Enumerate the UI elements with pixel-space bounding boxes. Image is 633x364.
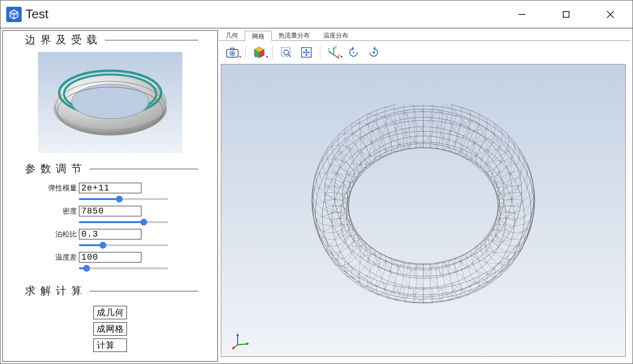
toolbar-separator: [320, 46, 320, 59]
btn-compute[interactable]: 计算: [93, 339, 127, 352]
btn-gen-mesh[interactable]: 成网格: [93, 322, 127, 336]
axis-triad-icon: [232, 330, 251, 350]
minimize-button[interactable]: [500, 1, 544, 28]
tab-heatflux[interactable]: 热流量分布: [272, 30, 316, 40]
section-params-legend: 参数调节: [22, 162, 89, 176]
param-label-poisson: 泊松比: [46, 230, 79, 239]
close-button[interactable]: [588, 1, 633, 28]
section-solve: 求解计算 成几何 成网格 计算: [22, 284, 198, 355]
titlebar: Test: [0, 0, 633, 28]
section-boundary-legend: 边界及受载: [22, 33, 105, 47]
zoom-selection-icon[interactable]: [277, 43, 296, 62]
param-input-density[interactable]: [79, 206, 141, 216]
sidebar: 边界及受载: [2, 30, 218, 362]
param-label-density: 密度: [46, 207, 79, 216]
window-title: Test: [25, 7, 49, 22]
param-input-elastic[interactable]: [79, 183, 141, 193]
btn-gen-geometry[interactable]: 成几何: [93, 306, 127, 319]
section-boundary: 边界及受载: [22, 33, 198, 153]
param-label-tempdiff: 温度差: [46, 253, 79, 262]
toolbar-separator: [272, 46, 273, 59]
param-label-elastic: 弹性模量: [46, 184, 79, 193]
window-controls: [500, 1, 633, 28]
svg-rect-1: [563, 12, 569, 17]
svg-rect-26: [373, 51, 375, 53]
svg-text:Z: Z: [335, 45, 337, 49]
rotate-ccw-icon[interactable]: [344, 43, 363, 62]
svg-point-25: [353, 52, 354, 53]
fit-view-icon[interactable]: [297, 43, 316, 62]
svg-text:Y: Y: [328, 48, 330, 51]
toolbar-separator: [245, 46, 246, 59]
preview-image: [38, 52, 182, 153]
svg-point-14: [231, 52, 234, 55]
tab-mesh[interactable]: 网格: [245, 31, 272, 41]
dropdown-icon[interactable]: ▾: [239, 54, 241, 62]
maximize-button[interactable]: [544, 1, 588, 28]
dropdown-icon[interactable]: ▾: [266, 54, 268, 62]
app-icon: [6, 7, 22, 22]
param-slider-density[interactable]: [79, 221, 168, 223]
tab-temp[interactable]: 温度分布: [316, 30, 355, 40]
param-slider-elastic[interactable]: [79, 198, 168, 200]
param-slider-tempdiff[interactable]: [79, 267, 168, 269]
toolbar: ▾ ▾ Z Y X: [219, 41, 631, 64]
main-area: 几何 网格 热流量分布 温度分布 ▾ ▾: [219, 30, 631, 362]
tabbar: 几何 网格 热流量分布 温度分布: [219, 30, 631, 41]
tab-geometry[interactable]: 几何: [219, 30, 245, 40]
param-slider-poisson[interactable]: [79, 244, 168, 246]
rotate-cw-icon[interactable]: [364, 43, 383, 62]
param-input-tempdiff[interactable]: [79, 252, 141, 263]
section-solve-legend: 求解计算: [22, 284, 89, 298]
section-params: 参数调节 弹性模量 密度 泊松比 温度差: [22, 162, 198, 275]
svg-point-16: [284, 50, 289, 55]
mesh-render: [289, 104, 558, 326]
viewport[interactable]: [221, 64, 626, 357]
dropdown-icon[interactable]: ▾: [341, 54, 343, 62]
param-input-poisson[interactable]: [79, 229, 141, 239]
